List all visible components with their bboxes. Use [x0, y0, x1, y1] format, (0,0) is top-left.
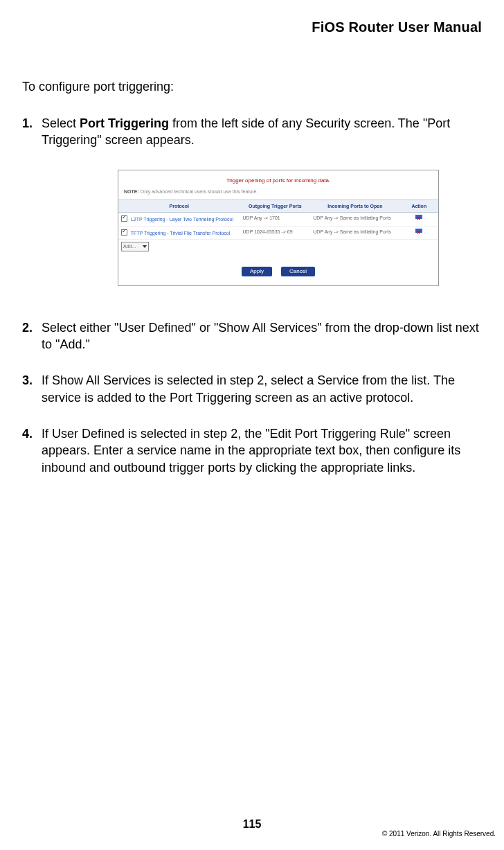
protocol-link[interactable]: TFTP Triggering - Trivial File Transfer … — [131, 231, 230, 236]
add-dropdown[interactable]: Add... — [121, 242, 149, 251]
figure-button-row: Apply Cancel — [118, 254, 438, 285]
page-content: To configure port triggering: Select Por… — [22, 80, 482, 495]
steps-list: Select Port Triggering from the left sid… — [22, 115, 482, 476]
figure-caption: Trigger opening of ports for incoming da… — [118, 170, 438, 189]
port-triggering-screenshot: Trigger opening of ports for incoming da… — [118, 170, 439, 286]
table-header-row: Protocol Outgoing Trigger Ports Incoming… — [118, 200, 438, 212]
cancel-button[interactable]: Cancel — [281, 267, 315, 277]
apply-button[interactable]: Apply — [242, 267, 272, 277]
page-header-title: FiOS Router User Manual — [312, 19, 482, 35]
figure-note: NOTE: Only advanced technical users shou… — [118, 188, 438, 199]
figure-note-text: Only advanced technical users should use… — [141, 189, 258, 194]
cell-outgoing: UDP Any -> 1701 — [240, 213, 311, 226]
delete-icon[interactable] — [415, 229, 422, 236]
chevron-down-icon — [143, 245, 147, 248]
table-add-row: Add... — [118, 240, 438, 254]
table-row: TFTP Triggering - Trivial File Transfer … — [118, 226, 438, 239]
step-2: Select either "User Defined" or "Show Al… — [22, 319, 482, 353]
col-protocol: Protocol — [118, 200, 240, 212]
page-number: 115 — [0, 818, 504, 831]
delete-icon[interactable] — [415, 215, 422, 222]
figure-table: Protocol Outgoing Trigger Ports Incoming… — [118, 200, 438, 254]
step-1-pre: Select — [42, 116, 80, 130]
cell-action — [400, 213, 438, 226]
col-action: Action — [400, 200, 438, 212]
protocol-link[interactable]: L2TP Triggering - Layer Two Tunneling Pr… — [131, 217, 233, 222]
figure-note-label: NOTE: — [124, 189, 139, 194]
step-3: If Show All Services is selected in step… — [22, 372, 482, 406]
table-row: L2TP Triggering - Layer Two Tunneling Pr… — [118, 213, 438, 226]
col-outgoing: Outgoing Trigger Ports — [240, 200, 311, 212]
add-dropdown-label: Add... — [123, 243, 136, 249]
step-4: If User Defined is selected in step 2, t… — [22, 425, 482, 476]
checkbox-icon[interactable] — [121, 229, 127, 236]
checkbox-icon[interactable] — [121, 215, 127, 222]
col-incoming: Incoming Ports to Open — [310, 200, 399, 212]
cell-outgoing: UDP 1024-65535 -> 69 — [240, 226, 311, 239]
cell-incoming: UDP Any -> Same as Initiating Ports — [310, 213, 399, 226]
step-1-bold: Port Triggering — [80, 116, 169, 130]
intro-text: To configure port triggering: — [22, 80, 482, 94]
cell-action — [400, 226, 438, 239]
step-1: Select Port Triggering from the left sid… — [22, 115, 482, 286]
copyright-text: © 2011 Verizon. All Rights Reserved. — [382, 830, 496, 838]
cell-incoming: UDP Any -> Same as Initiating Ports — [310, 226, 399, 239]
